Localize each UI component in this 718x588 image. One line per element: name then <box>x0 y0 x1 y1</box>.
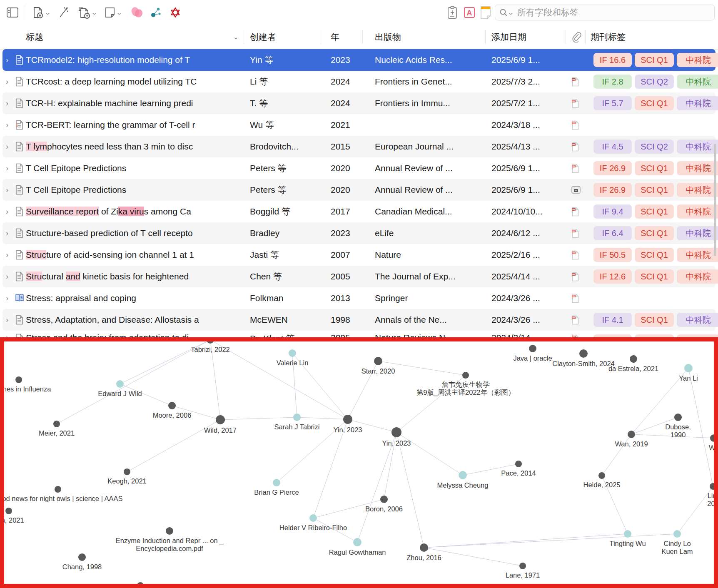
graph-node[interactable] <box>53 421 60 427</box>
graph-node[interactable] <box>630 355 637 363</box>
graph-node[interactable] <box>309 514 317 522</box>
tag-badge: SCI Q1 <box>635 226 674 240</box>
graph-node[interactable] <box>710 483 716 490</box>
graph-node-label: Vaccines in Influenza <box>0 385 51 393</box>
table-row[interactable]: › TCR-BERT: learning the grammar of T-ce… <box>2 114 716 136</box>
translate-a-icon[interactable]: A <box>463 6 476 19</box>
table-row[interactable]: › Structural and kinetic basis for heigh… <box>2 266 716 287</box>
row-expander-chevron-icon[interactable]: › <box>6 244 12 266</box>
row-expander-chevron-icon[interactable]: › <box>6 136 12 157</box>
vertical-scrollbar[interactable] <box>714 144 716 256</box>
item-creator: Jasti 等 <box>250 244 321 266</box>
graph-node[interactable] <box>380 496 388 503</box>
graph-node[interactable] <box>55 486 61 493</box>
journal-tag-badges <box>593 287 718 309</box>
graph-node[interactable] <box>391 427 401 437</box>
openai-plugin-icon[interactable] <box>169 6 182 19</box>
column-header-publication[interactable]: 出版物 <box>375 25 401 49</box>
row-expander-chevron-icon[interactable]: › <box>6 157 12 179</box>
table-row[interactable]: › TCRmodel2: high-resolution modeling of… <box>2 49 716 71</box>
chevron-down-icon: ⌄ <box>91 10 97 16</box>
graph-node[interactable] <box>374 357 382 365</box>
item-date-added: 2025/4/14 ... <box>491 266 569 287</box>
sort-chevron-icon[interactable]: ⌄ <box>233 25 239 49</box>
table-row[interactable]: › Surveillance report of Zika virus amon… <box>2 201 716 222</box>
table-row[interactable]: › T lymphocytes need less than 3 min to … <box>2 136 716 157</box>
row-expander-chevron-icon[interactable]: › <box>6 179 12 201</box>
table-row[interactable]: › TCR-H: explainable machine learning pr… <box>2 92 716 114</box>
graph-node[interactable] <box>353 538 361 546</box>
new-attachment-button[interactable]: ⌄ <box>77 6 97 19</box>
graph-node[interactable] <box>273 479 280 486</box>
table-row[interactable]: › T Cell Epitope PredictionsPeters 等2020… <box>2 179 716 201</box>
new-item-button[interactable]: ⌄ <box>32 6 50 19</box>
column-header-creator[interactable]: 创建者 <box>250 25 276 49</box>
graph-node[interactable] <box>5 508 12 514</box>
graph-node[interactable] <box>519 563 526 569</box>
row-expander-chevron-icon[interactable]: › <box>6 92 12 114</box>
item-title: TCR-H: explainable machine learning pred… <box>26 92 244 114</box>
graph-node[interactable] <box>15 376 22 383</box>
new-note-button[interactable]: ⌄ <box>104 6 122 19</box>
graph-node[interactable] <box>124 468 130 475</box>
graph-node[interactable] <box>673 530 681 538</box>
graph-node[interactable] <box>579 349 588 358</box>
row-expander-chevron-icon[interactable]: › <box>6 201 12 222</box>
table-row[interactable]: › TCRcost: a deep learning model utilizi… <box>2 71 716 92</box>
table-row[interactable]: › Stress: appraisal and copingFolkman201… <box>2 287 716 309</box>
graph-node-label: da Estrela, 2021 <box>608 365 658 373</box>
row-expander-chevron-icon[interactable]: › <box>6 71 12 92</box>
paperclip-icon[interactable] <box>571 32 581 42</box>
search-input[interactable] <box>516 7 710 18</box>
graph-node[interactable] <box>116 380 124 388</box>
table-row[interactable]: › Structure-based prediction of T cell r… <box>2 222 716 244</box>
column-header-date-added[interactable]: 添加日期 <box>491 25 526 49</box>
table-row[interactable]: › T Cell Epitope PredictionsPeters 等2020… <box>2 157 716 179</box>
row-expander-chevron-icon[interactable]: › <box>6 287 12 309</box>
graph-node[interactable] <box>598 472 605 479</box>
column-header-year[interactable]: 年 <box>331 25 339 49</box>
search-box[interactable]: ⌄ <box>495 5 715 20</box>
table-row[interactable]: › Structure of acid-sensing ion channel … <box>2 244 716 266</box>
row-expander-chevron-icon[interactable]: › <box>6 49 12 71</box>
graph-node[interactable] <box>216 415 225 424</box>
row-expander-chevron-icon[interactable]: › <box>6 266 12 287</box>
graph-node[interactable] <box>289 349 296 357</box>
tag-badge: SCI Q1 <box>635 53 674 67</box>
column-header-tags[interactable]: 期刊标签 <box>591 25 626 49</box>
graph-node[interactable] <box>166 527 173 535</box>
graph-node[interactable] <box>674 414 682 421</box>
tag-badge: IF 26.9 <box>593 183 632 197</box>
pdf-attachment-icon <box>571 114 588 136</box>
graph-node[interactable] <box>168 402 176 409</box>
add-by-identifier-wand-icon[interactable] <box>57 6 70 19</box>
graph-node[interactable] <box>624 530 631 538</box>
graph-node[interactable] <box>137 582 144 588</box>
petals-plugin-icon[interactable] <box>130 6 144 19</box>
item-year: 2024 <box>331 71 368 92</box>
graph-node[interactable] <box>420 543 428 552</box>
graph-node[interactable] <box>684 364 693 372</box>
journal-tag-badges: IF 4.1SCI Q1中科院 <box>593 309 718 331</box>
import-clipboard-icon[interactable] <box>446 6 458 19</box>
graph-node[interactable] <box>515 461 522 467</box>
graph-plugin-icon[interactable] <box>150 6 162 19</box>
graph-node[interactable] <box>462 372 469 379</box>
sidebar-toggle-icon[interactable] <box>7 6 18 19</box>
graph-node[interactable] <box>710 434 718 442</box>
graph-node[interactable] <box>628 431 635 438</box>
annotation-note-icon[interactable] <box>480 6 491 19</box>
item-year: 2021 <box>331 114 368 136</box>
row-expander-chevron-icon[interactable]: › <box>6 114 12 136</box>
row-expander-chevron-icon[interactable]: › <box>6 222 12 244</box>
column-header-title[interactable]: 标题 <box>26 25 43 49</box>
graph-node[interactable] <box>78 553 86 561</box>
pdf-attachment-icon <box>571 309 588 331</box>
graph-node[interactable] <box>343 415 352 424</box>
graph-node[interactable] <box>293 414 301 421</box>
table-row[interactable]: › Stress, Adaptation, and Disease: Allos… <box>2 309 716 331</box>
item-creator: Yin 等 <box>250 49 321 71</box>
graph-node[interactable] <box>529 345 536 352</box>
row-expander-chevron-icon[interactable]: › <box>6 309 12 331</box>
graph-node[interactable] <box>459 471 467 479</box>
